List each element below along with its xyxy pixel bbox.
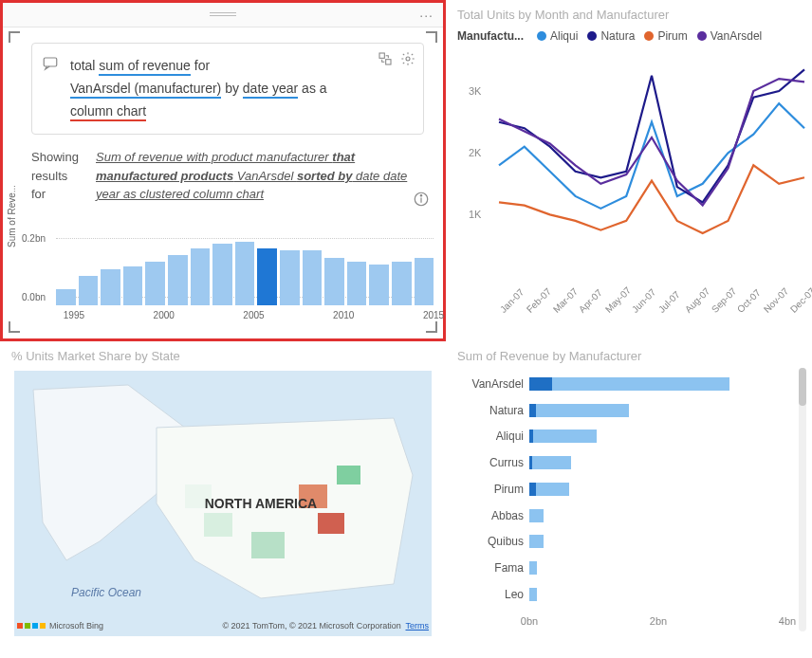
x-tick: Dec-07: [788, 285, 812, 315]
hbar-label: Quibus: [457, 535, 524, 548]
y-tick: 3K: [469, 85, 481, 97]
x-tick: 2000: [154, 310, 175, 320]
y-tick: 1K: [469, 209, 481, 220]
map-tile[interactable]: % Units Market Share by State NORTH AMER…: [0, 341, 446, 658]
svg-rect-1: [379, 53, 384, 58]
bar[interactable]: [56, 289, 76, 305]
resize-handle-tl[interactable]: [9, 31, 20, 43]
hbar-row[interactable]: [529, 402, 787, 419]
svg-text:Pacific Ocean: Pacific Ocean: [71, 586, 141, 599]
hbar-label: Currus: [457, 456, 524, 469]
hbar-label: Fama: [457, 561, 524, 575]
y-axis-label: Sum of Reve...: [7, 185, 17, 247]
hbar-row[interactable]: [529, 533, 787, 550]
line-series[interactable]: [499, 79, 804, 206]
hbar-tile[interactable]: Sum of Revenue by Manufacturer VanArsdel…: [446, 341, 812, 658]
hbar-chart[interactable]: 0bn2bn4bn: [529, 371, 787, 608]
x-tick: Jan-07: [498, 287, 526, 315]
x-tick: Jun-07: [630, 287, 657, 315]
qna-toolbar: ···: [3, 3, 443, 27]
bar[interactable]: [235, 242, 255, 305]
line-chart-tile[interactable]: Total Units by Month and Manufacturer Ma…: [446, 0, 812, 341]
hbar-row[interactable]: [529, 375, 787, 393]
bar[interactable]: [392, 262, 412, 305]
y-tick: 0.0bn: [22, 291, 46, 302]
terms-link[interactable]: Terms: [406, 621, 430, 631]
x-tick: 4bn: [779, 615, 796, 627]
svg-rect-2: [386, 60, 391, 64]
x-tick: 0bn: [521, 615, 538, 627]
tile-title: % Units Market Share by State: [11, 349, 434, 363]
hbar-row[interactable]: [529, 586, 787, 603]
x-tick: Nov-07: [762, 285, 791, 315]
tile-title: Total Units by Month and Manufacturer: [457, 8, 801, 22]
svg-point-3: [406, 57, 410, 61]
bar[interactable]: [101, 269, 120, 305]
map[interactable]: NORTH AMERICA Pacific Ocean Microsoft Bi…: [11, 371, 434, 636]
svg-rect-12: [337, 466, 360, 484]
qna-column-chart[interactable]: Sum of Reve... 0.2bn 0.0bn 1995200020052…: [56, 228, 434, 319]
x-tick: 2005: [243, 310, 264, 320]
bar[interactable]: [369, 265, 389, 305]
map-attribution-left: Microsoft Bing: [17, 621, 103, 631]
hbar-label: Pirum: [457, 483, 524, 496]
qna-restatement: Showing results for Sum of revenue with …: [31, 148, 424, 204]
scroll-thumb[interactable]: [799, 368, 806, 406]
bar[interactable]: [280, 250, 300, 305]
x-tick: Aug-07: [683, 285, 712, 315]
x-tick: 2bn: [650, 615, 667, 627]
bar[interactable]: [257, 248, 277, 305]
scrollbar[interactable]: [799, 368, 806, 631]
resize-handle-bl[interactable]: [9, 321, 20, 333]
bar[interactable]: [191, 248, 211, 305]
resize-handle-br[interactable]: [426, 321, 437, 333]
qna-input[interactable]: total sum of revenue for VanArsdel (manu…: [31, 43, 424, 135]
x-tick: 2010: [333, 310, 354, 320]
x-tick: Mar-07: [550, 286, 579, 315]
hbar-label: Natura: [457, 404, 524, 417]
x-tick: Feb-07: [525, 286, 553, 315]
line-series[interactable]: [499, 103, 804, 209]
x-tick: Sep-07: [709, 285, 738, 315]
bar[interactable]: [123, 266, 143, 305]
x-tick: Jul-07: [656, 289, 682, 315]
hbar-row[interactable]: [529, 481, 787, 498]
hbar-row[interactable]: [529, 428, 787, 445]
svg-rect-9: [318, 513, 344, 534]
x-tick: Apr-07: [577, 287, 604, 315]
map-svg: NORTH AMERICA Pacific Ocean: [11, 371, 434, 636]
map-attribution-right: © 2021 TomTom, © 2021 Microsoft Corporat…: [222, 621, 429, 631]
svg-rect-10: [251, 532, 285, 558]
svg-point-6: [420, 195, 422, 197]
bar[interactable]: [347, 262, 367, 305]
hbar-row[interactable]: [529, 507, 787, 524]
hbar-row[interactable]: [529, 559, 787, 576]
drag-gripper-icon[interactable]: [210, 12, 236, 16]
convert-visual-icon[interactable]: [378, 51, 393, 66]
x-tick: May-07: [603, 285, 633, 315]
x-tick: 1995: [64, 310, 84, 320]
gear-icon[interactable]: [400, 51, 415, 66]
bar[interactable]: [324, 258, 344, 305]
bar[interactable]: [168, 255, 188, 305]
svg-text:NORTH AMERICA: NORTH AMERICA: [205, 496, 317, 511]
speech-icon: [42, 55, 59, 72]
bar[interactable]: [145, 262, 165, 305]
line-series[interactable]: [499, 165, 804, 233]
bar[interactable]: [303, 250, 323, 305]
resize-handle-tr[interactable]: [426, 31, 437, 43]
hbar-label: Leo: [457, 588, 524, 601]
bar[interactable]: [415, 258, 434, 305]
y-tick: 0.2bn: [22, 232, 46, 243]
info-icon[interactable]: [413, 191, 430, 208]
x-tick: Oct-07: [735, 287, 763, 315]
y-tick: 2K: [469, 147, 481, 158]
bar[interactable]: [212, 244, 232, 305]
more-options-icon[interactable]: ···: [419, 8, 434, 23]
line-chart[interactable]: 1K2K3K: [495, 50, 793, 249]
qna-visual[interactable]: ··· total sum of revenue for VanArsdel (…: [0, 0, 446, 341]
hbar-row[interactable]: [529, 454, 787, 471]
hbar-label: VanArsdel: [457, 377, 524, 391]
tile-title: Sum of Revenue by Manufacturer: [457, 349, 787, 363]
bar[interactable]: [79, 276, 99, 305]
